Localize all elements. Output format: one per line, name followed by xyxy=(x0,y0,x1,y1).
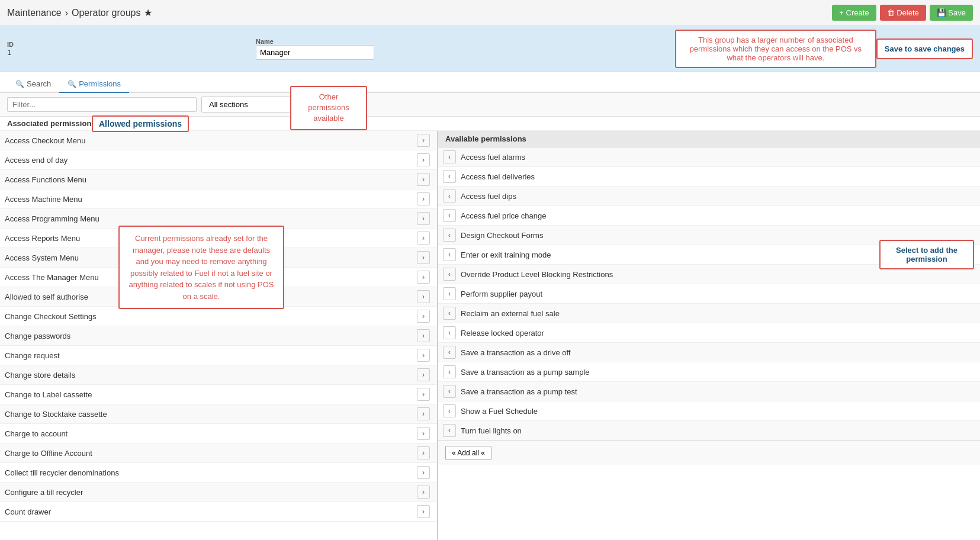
breadcrumb-maintenance: Maintenance xyxy=(7,8,62,18)
avail-row-pump-test: ‹ Save a transaction as a pump test xyxy=(438,382,980,401)
perm-remove-btn[interactable]: › xyxy=(417,388,430,401)
perm-remove-btn[interactable]: › xyxy=(417,329,430,342)
avail-perm-name: Save a transaction as a pump test xyxy=(461,387,973,396)
perm-row-recycler-denominations: Collect till recycler denominations › xyxy=(0,463,437,483)
avail-row-supplier-payout: ‹ Perform supplier payout xyxy=(438,284,980,304)
avail-add-btn[interactable]: ‹ xyxy=(443,287,456,300)
perm-remove-btn[interactable]: › xyxy=(417,173,430,186)
add-all-button[interactable]: « Add all « xyxy=(445,446,491,460)
perm-remove-btn-stocktake[interactable]: › xyxy=(417,407,430,420)
perm-remove-btn[interactable]: › xyxy=(417,349,430,362)
perm-row-configure-recycler: Configure a till recycler › xyxy=(0,483,437,502)
perm-remove-btn[interactable]: › xyxy=(417,290,430,303)
perm-row-charge-account: Charge to account › Select to remove the… xyxy=(0,424,437,443)
associated-permissions-label: Associated permissions xyxy=(7,119,96,128)
perm-name: Access Machine Menu xyxy=(5,195,417,204)
avail-add-btn[interactable]: ‹ xyxy=(443,424,456,437)
perm-remove-btn[interactable]: › xyxy=(417,232,430,245)
perm-name: Change passwords xyxy=(5,332,417,340)
create-button[interactable]: + Create xyxy=(832,5,876,21)
breadcrumb: Maintenance › Operator groups ★ xyxy=(7,7,152,18)
perm-row-machine: Access Machine Menu › xyxy=(0,189,437,209)
perm-remove-btn[interactable]: › xyxy=(417,486,430,499)
perm-row-stocktake: Change to Stocktake cassette › xyxy=(0,404,437,424)
perm-remove-btn[interactable]: › xyxy=(417,271,430,284)
avail-add-btn[interactable]: ‹ xyxy=(443,385,456,398)
tab-search-label: Search xyxy=(27,79,51,88)
current-permissions-callout: Current permissions already set for the … xyxy=(118,226,284,309)
perm-row-change-request: Change request › xyxy=(0,346,437,365)
tab-permissions[interactable]: 🔍 Permissions xyxy=(59,76,129,93)
avail-perm-name: Override Product Level Blocking Restrict… xyxy=(461,270,973,279)
perm-row-functions: Access Functions Menu › xyxy=(0,170,437,189)
breadcrumb-star: ★ xyxy=(144,7,152,18)
avail-add-btn[interactable]: ‹ xyxy=(443,307,456,320)
perm-remove-btn[interactable]: › xyxy=(417,212,430,225)
avail-add-btn[interactable]: ‹ xyxy=(443,209,456,222)
avail-row-training-mode: ‹ Enter or exit training mode Select to … xyxy=(438,245,980,265)
breadcrumb-sep: › xyxy=(65,8,68,18)
perm-remove-btn[interactable]: › xyxy=(417,446,430,459)
name-input[interactable] xyxy=(256,45,374,60)
avail-add-btn[interactable]: ‹ xyxy=(443,404,456,417)
perm-name: Configure a till recycler xyxy=(5,488,417,497)
perm-name: Access Checkout Menu xyxy=(5,136,417,145)
perm-remove-btn[interactable]: › xyxy=(417,427,430,440)
avail-add-btn[interactable]: ‹ xyxy=(443,326,456,339)
available-permissions-header: Available permissions xyxy=(438,131,980,147)
avail-add-btn[interactable]: ‹ xyxy=(443,365,456,378)
perm-remove-btn[interactable]: › xyxy=(417,153,430,166)
perm-name: Change store details xyxy=(5,371,417,380)
add-all-row: « Add all « xyxy=(438,441,980,465)
select-to-add-callout: Select to add the permission xyxy=(879,240,974,269)
perm-remove-btn[interactable]: › xyxy=(417,466,430,479)
perm-row-charge-offline: Charge to Offline Account › xyxy=(0,443,437,463)
avail-perm-name: Reclaim an external fuel sale xyxy=(461,309,973,318)
perm-remove-btn[interactable]: › xyxy=(417,368,430,381)
main-content: Current permissions already set for the … xyxy=(0,131,980,540)
avail-add-btn[interactable]: ‹ xyxy=(443,229,456,242)
perm-remove-btn[interactable]: › xyxy=(417,134,430,147)
avail-row-fuel-schedule: ‹ Show a Fuel Schedule xyxy=(438,401,980,421)
avail-add-btn[interactable]: ‹ xyxy=(443,248,456,261)
avail-row-fuel-sale: ‹ Reclaim an external fuel sale xyxy=(438,304,980,323)
avail-perm-name: Access fuel deliveries xyxy=(461,172,973,181)
avail-perm-name: Access fuel price change xyxy=(461,211,973,220)
perm-remove-btn[interactable]: › xyxy=(417,192,430,205)
avail-perm-name: Turn fuel lights on xyxy=(461,426,973,435)
right-panel: Available permissions ‹ Access fuel alar… xyxy=(438,131,980,540)
perm-row-count-drawer: Count drawer › xyxy=(0,502,437,522)
perm-remove-btn[interactable]: › xyxy=(417,505,430,518)
save-button[interactable]: 💾 Save xyxy=(930,5,973,21)
name-label: Name xyxy=(256,38,663,45)
perm-row-label-cassette: Change to Label cassette › xyxy=(0,385,437,404)
filter-input[interactable] xyxy=(7,97,197,112)
tab-permissions-label: Permissions xyxy=(79,79,121,88)
perm-name: Collect till recycler denominations xyxy=(5,468,417,477)
avail-add-btn[interactable]: ‹ xyxy=(443,150,456,163)
avail-add-btn[interactable]: ‹ xyxy=(443,189,456,202)
avail-row-fuel-price: ‹ Access fuel price change xyxy=(438,206,980,226)
perm-row-end-of-day: Access end of day › xyxy=(0,150,437,170)
perm-name: Charge to account xyxy=(5,429,417,438)
avail-add-btn[interactable]: ‹ xyxy=(443,268,456,281)
perm-name: Access Programming Menu xyxy=(5,214,417,223)
avail-perm-name: Access fuel dips xyxy=(461,192,973,201)
delete-button[interactable]: 🗑 Delete xyxy=(880,5,926,21)
perm-name: Change request xyxy=(5,351,417,360)
avail-add-btn[interactable]: ‹ xyxy=(443,346,456,359)
perm-remove-btn[interactable]: › xyxy=(417,310,430,323)
avail-add-btn[interactable]: ‹ xyxy=(443,170,456,183)
other-permissions-callout: Other permissions available xyxy=(290,86,367,130)
perm-remove-btn[interactable]: › xyxy=(417,251,430,264)
id-field: ID 1 xyxy=(7,41,256,57)
avail-perm-name: Release locked operator xyxy=(461,329,973,338)
avail-perm-name: Design Checkout Forms xyxy=(461,231,973,240)
perm-name: Change to Stocktake cassette xyxy=(5,410,417,419)
tab-search[interactable]: 🔍 Search xyxy=(7,76,59,93)
avail-row-pump-sample: ‹ Save a transaction as a pump sample xyxy=(438,362,980,382)
avail-perm-name: Save a transaction as a pump sample xyxy=(461,368,973,377)
perm-name: Access Functions Menu xyxy=(5,175,417,184)
section-labels-row: Associated permissions Allowed permissio… xyxy=(0,117,980,131)
perm-row-passwords: Change passwords › xyxy=(0,326,437,346)
